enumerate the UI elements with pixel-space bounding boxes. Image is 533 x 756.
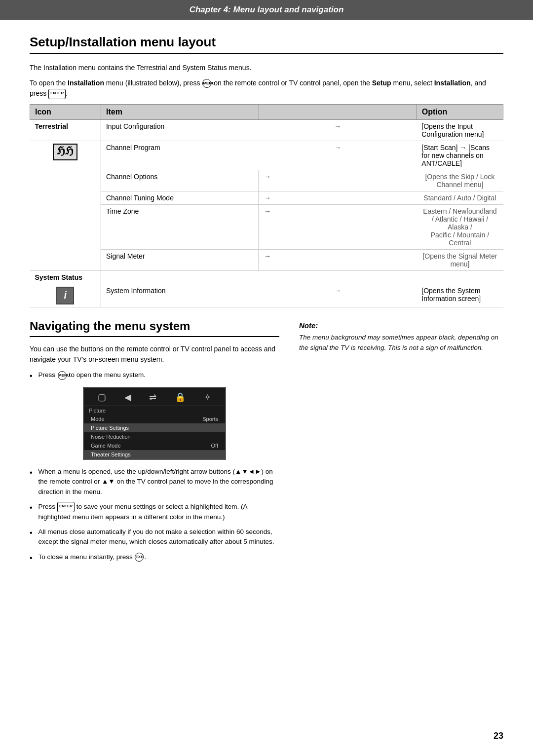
arrow-icon: → — [259, 249, 417, 270]
system-info-option: [Opens the System Information screen] — [417, 284, 503, 307]
enter-button-small: ENTER — [57, 502, 75, 512]
nav-section: Navigating the menu system You can use t… — [30, 319, 279, 569]
tv-menu-category-label: Picture — [84, 406, 225, 415]
terrestrial-label: Terrestrial — [30, 119, 101, 141]
note-section: Note: The menu background may sometimes … — [299, 319, 503, 569]
intro-paragraph-2: To open the Installation menu (illustrat… — [30, 78, 503, 99]
page-number: 23 — [494, 731, 503, 741]
exit-button-icon: EXIT — [135, 553, 144, 562]
system-info-item: System Information — [101, 284, 259, 307]
arrow-icon: → — [259, 284, 417, 307]
nav-bullet-list-2: When a menu is opened, use the up/down/l… — [30, 467, 279, 564]
intro2-mid1: menu (illustrated below), press — [104, 79, 202, 87]
tv-row-label: Noise Reduction — [91, 434, 131, 440]
menu-button-icon: MENU — [202, 79, 211, 88]
chapter-header: Chapter 4: Menu layout and navigation — [0, 0, 533, 20]
tv-menu-row: Mode Sports — [84, 415, 225, 423]
tv-row-value: Sports — [202, 416, 218, 422]
tv-icon-settings: ⇌ — [149, 392, 156, 403]
table-row: Time Zone → Eastern / Newfoundland / Atl… — [30, 204, 503, 249]
channel-options-item: Channel Options — [101, 170, 259, 191]
intro2-mid2: on the remote control or TV control pane… — [212, 79, 372, 87]
bullet-item-3: Press ENTER to save your menu settings o… — [30, 502, 279, 522]
tv-icon-audio: ◀ — [124, 392, 131, 403]
channel-tuning-option: Standard / Auto / Digital — [417, 191, 503, 204]
setup-section-title: Setup/Installation menu layout — [30, 35, 503, 54]
enter-button-icon: ENTER — [48, 89, 66, 99]
bullet-2-text: When a menu is opened, use the up/down/l… — [38, 467, 279, 497]
col-header-icon: Icon — [30, 104, 101, 119]
system-status-icon: i — [56, 287, 74, 304]
tv-icon-picture: ▢ — [98, 392, 106, 403]
menu-table: Icon Item Option Terrestrial Input Confi… — [30, 104, 503, 307]
channel-program-option: [Start Scan] → [Scans for new channels o… — [417, 141, 503, 170]
tv-menu-mockup: ▢ ◀ ⇌ 🔒 ✧ Picture Mode Sports Picture Se… — [83, 387, 226, 460]
tv-row-label: Theater Settings — [91, 452, 131, 457]
table-row: Signal Meter → [Opens the Signal Meter m… — [30, 249, 503, 270]
intro2-end: . — [66, 89, 68, 97]
time-zone-item: Time Zone — [101, 204, 259, 249]
intro2-start: To open the — [30, 79, 68, 87]
col-header-option: Option — [417, 104, 503, 119]
tv-menu-row: Theater Settings — [84, 450, 225, 459]
system-status-option — [417, 270, 503, 284]
arrow-icon: → — [259, 119, 417, 141]
tv-row-label: Game Mode — [91, 443, 121, 449]
col-header-arrow — [259, 104, 417, 119]
nav-intro: You can use the buttons on the remote co… — [30, 344, 279, 365]
tv-row-label: Mode — [91, 416, 105, 422]
bullet-item-2: When a menu is opened, use the up/down/l… — [30, 467, 279, 497]
terrestrial-icon: ℌℌ — [53, 144, 77, 160]
channel-tuning-item: Channel Tuning Mode — [101, 191, 259, 204]
nav-section-title: Navigating the menu system — [30, 319, 279, 337]
intro2-mid3: menu, select — [391, 79, 434, 87]
signal-meter-item: Signal Meter — [101, 249, 259, 270]
bullet-item-1: Press MENU to open the menu system. — [30, 370, 279, 382]
system-status-icon-cell: i — [30, 284, 101, 307]
bullet-item-4: All menus close automatically if you do … — [30, 527, 279, 547]
note-title: Note: — [299, 321, 503, 330]
system-status-arrow — [259, 270, 417, 284]
arrow-icon: → — [259, 204, 417, 249]
intro2-bold2: Setup — [372, 79, 391, 87]
bullet-4-text: All menus close automatically if you do … — [38, 527, 279, 547]
bottom-section: Navigating the menu system You can use t… — [30, 319, 503, 569]
setup-section: Setup/Installation menu layout The Insta… — [30, 35, 503, 307]
col-header-item: Item — [101, 104, 259, 119]
intro-paragraph-1: The Installation menu contains the Terre… — [30, 63, 503, 73]
note-text: The menu background may sometimes appear… — [299, 333, 503, 353]
tv-menu-icons-row: ▢ ◀ ⇌ 🔒 ✧ — [84, 388, 225, 406]
table-row: Channel Options → [Opens the Skip / Lock… — [30, 170, 503, 191]
tv-row-label: Picture Settings — [91, 425, 129, 431]
bullet-item-5: To close a menu instantly, press EXIT. — [30, 552, 279, 564]
chapter-title: Chapter 4: Menu layout and navigation — [190, 5, 344, 14]
bullet-5-text: To close a menu instantly, press EXIT. — [38, 552, 147, 562]
note-box: Note: The menu background may sometimes … — [299, 321, 503, 353]
table-row: Channel Tuning Mode → Standard / Auto / … — [30, 191, 503, 204]
tv-menu-row: Game Mode Off — [84, 441, 225, 450]
table-row: System Status — [30, 270, 503, 284]
input-config-item: Input Configuration — [101, 119, 259, 141]
arrow-icon: → — [259, 191, 417, 204]
table-row: ℌℌ Channel Program → [Start Scan] → [Sca… — [30, 141, 503, 170]
signal-meter-option: [Opens the Signal Meter menu] — [417, 249, 503, 270]
tv-icon-lock: 🔒 — [175, 392, 186, 403]
bullet-3-text: Press ENTER to save your menu settings o… — [38, 502, 279, 522]
table-row: i System Information → [Opens the System… — [30, 284, 503, 307]
system-info-item — [101, 270, 259, 284]
nav-bullet-list: Press MENU to open the menu system. — [30, 370, 279, 382]
tv-row-value: Off — [211, 443, 218, 449]
menu-button-small: MENU — [58, 371, 67, 380]
channel-program-item: Channel Program — [101, 141, 259, 170]
arrow-icon: → — [259, 141, 417, 170]
system-status-label: System Status — [30, 270, 101, 284]
tv-menu-row: Noise Reduction — [84, 432, 225, 441]
terrestrial-icon-cell: ℌℌ — [30, 141, 101, 270]
bullet-1-text: Press MENU to open the menu system. — [38, 370, 146, 380]
input-config-option: [Opens the Input Configuration menu] — [417, 119, 503, 141]
intro2-bold1: Installation — [68, 79, 104, 87]
tv-icon-setup: ✧ — [204, 392, 211, 403]
channel-options-option: [Opens the Skip / Lock Channel menu] — [417, 170, 503, 191]
intro2-bold3: Installation — [434, 79, 471, 87]
tv-menu-row: Picture Settings — [84, 423, 225, 432]
